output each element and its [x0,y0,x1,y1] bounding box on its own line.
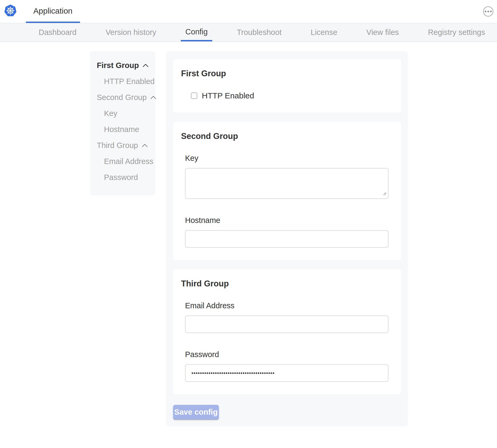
sidebar-item-label: First Group [97,61,139,70]
tab-registry-settings[interactable]: Registry settings [423,23,490,41]
config-sidebar: First GroupHTTP EnabledSecond GroupKeyHo… [90,51,155,195]
application-tab-label: Application [33,6,73,15]
field-password: Password [185,350,388,382]
sidebar-item-label: Password [104,173,138,182]
tab-application[interactable]: Application [26,0,80,23]
tab-view-files[interactable]: View files [362,23,403,41]
sidebar-item-http-enabled[interactable]: HTTP Enabled [90,73,155,89]
chevron-up-icon [143,64,149,67]
ellipsis-icon [485,11,486,12]
sidebar-item-label: HTTP Enabled [104,77,155,86]
sidebar-item-label: Third Group [97,141,138,150]
sidebar-item-label: Key [104,109,117,118]
field-email-address: Email Address [185,301,388,333]
sidebar-item-first-group[interactable]: First Group [90,57,155,73]
tab-troubleshoot[interactable]: Troubleshoot [232,23,286,41]
config-group-title: Third Group [181,279,393,289]
config-group-fields: HTTP Enabled [185,91,388,100]
config-page: First GroupHTTP EnabledSecond GroupKeyHo… [90,51,497,426]
checkbox-label: HTTP Enabled [202,91,254,100]
tab-license[interactable]: License [306,23,342,41]
field-label: Password [185,350,388,359]
field-label: Key [185,154,388,163]
chevron-up-icon [150,96,156,99]
field-label: Email Address [185,301,388,310]
sidebar-item-label: Hostname [104,125,139,134]
config-group-fields: Email AddressPassword [185,301,388,382]
sidebar-item-label: Second Group [97,93,147,102]
save-config-button[interactable]: Save config [173,405,219,419]
sidebar-item-label: Email Address [104,157,153,166]
config-groups: First GroupHTTP EnabledSecond GroupKeyHo… [173,59,401,394]
top-bar: Application [0,0,497,23]
more-options-button[interactable] [483,6,493,17]
kubernetes-logo-icon [4,5,17,17]
field-key: Key [185,154,388,199]
sidebar-item-hostname[interactable]: Hostname [90,121,155,137]
sidebar-item-email-address[interactable]: Email Address [90,153,155,169]
config-group-title: First Group [181,69,393,78]
sidebar-item-second-group[interactable]: Second Group [90,89,155,105]
chevron-up-icon [142,144,148,147]
email-address-input[interactable] [185,315,388,333]
password-input[interactable] [185,364,388,382]
config-group-card-second-group: Second GroupKeyHostname [173,122,401,260]
ellipsis-icon [487,11,489,12]
tab-version-history[interactable]: Version history [101,23,161,41]
ellipsis-icon [490,11,492,12]
hostname-input[interactable] [185,230,388,248]
field-hostname: Hostname [185,216,388,248]
config-group-fields: KeyHostname [185,154,388,248]
config-group-card-third-group: Third GroupEmail AddressPassword [173,269,401,394]
sidebar-item-key[interactable]: Key [90,105,155,121]
tab-config[interactable]: Config [181,23,212,41]
sidebar-item-third-group[interactable]: Third Group [90,137,155,153]
field-label: Hostname [185,216,388,225]
config-group-title: Second Group [181,131,393,141]
field-http-enabled-row[interactable]: HTTP Enabled [191,91,388,100]
sidebar-item-password[interactable]: Password [90,169,155,185]
http-enabled-checkbox[interactable] [191,93,197,99]
secondary-nav: DashboardVersion historyConfigTroublesho… [0,23,497,42]
tab-dashboard[interactable]: Dashboard [34,23,81,41]
key-textarea[interactable] [185,168,388,199]
config-panel: First GroupHTTP EnabledSecond GroupKeyHo… [166,51,408,426]
config-group-card-first-group: First GroupHTTP Enabled [173,59,401,113]
